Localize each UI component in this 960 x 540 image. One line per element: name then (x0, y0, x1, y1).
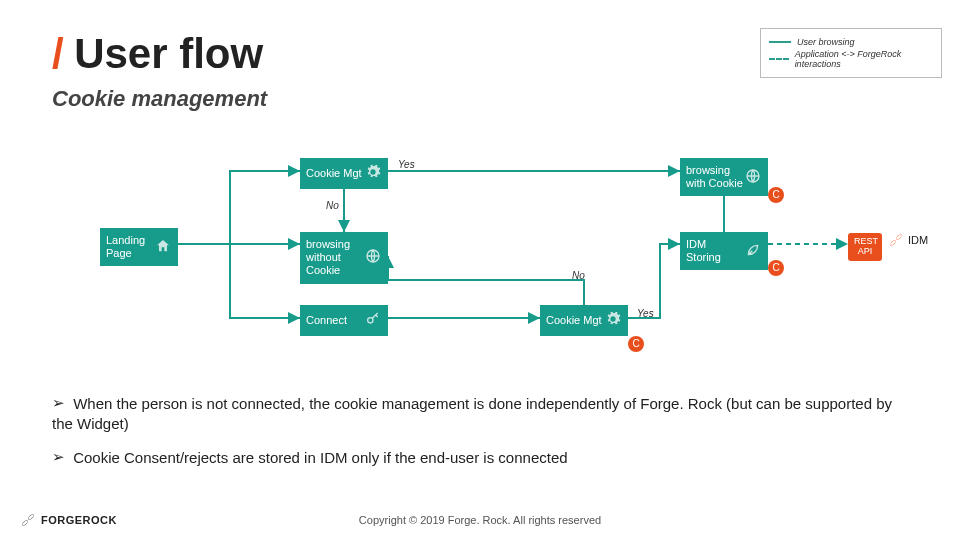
key-icon (364, 311, 382, 330)
bullet-1: ➢ When the person is not connected, the … (52, 394, 912, 435)
bullet-arrow-icon: ➢ (52, 447, 65, 467)
node-connect: Connect (300, 305, 388, 336)
legend-row-interactions: Application <-> ForgeRock interactions (769, 49, 933, 69)
home-icon (154, 238, 172, 257)
node-landing-page-label: Landing Page (106, 234, 154, 260)
edge-yes-1: Yes (398, 159, 415, 170)
c-badge-3: C (628, 336, 644, 352)
node-idm-storing: IDM Storing (680, 232, 768, 270)
node-browsing-without: browsing without Cookie (300, 232, 388, 284)
header-block: / User flow Cookie management (52, 30, 267, 112)
node-landing-page: Landing Page (100, 228, 178, 266)
legend-dashed-line-icon (769, 58, 789, 60)
node-connect-label: Connect (306, 314, 364, 327)
legend-solid-line-icon (769, 41, 791, 43)
legend-label-1: User browsing (797, 37, 855, 47)
edge-no-1: No (326, 200, 339, 211)
node-idm: IDM (888, 232, 928, 248)
node-idm-label: IDM (908, 234, 928, 246)
legend-row-user-browsing: User browsing (769, 37, 933, 47)
legend-box: User browsing Application <-> ForgeRock … (760, 28, 942, 78)
fan-icon (888, 232, 904, 248)
node-browsing-with: browsing with Cookie (680, 158, 768, 196)
node-cookie-mgt-mid-label: Cookie Mgt (546, 314, 604, 327)
leaf-icon (744, 242, 762, 261)
node-idm-storing-label: IDM Storing (686, 238, 744, 264)
node-browsing-with-label: browsing with Cookie (686, 164, 744, 190)
globe-icon (744, 168, 762, 187)
node-rest-api-label: REST API (854, 236, 878, 256)
edge-yes-2: Yes (637, 308, 654, 319)
legend-label-2: Application <-> ForgeRock interactions (795, 49, 933, 69)
node-browsing-without-label: browsing without Cookie (306, 238, 364, 278)
node-cookie-mgt-mid: Cookie Mgt (540, 305, 628, 336)
node-cookie-mgt-top: Cookie Mgt (300, 158, 388, 189)
page-subtitle: Cookie management (52, 86, 267, 112)
globe-icon (364, 248, 382, 267)
c-badge-2: C (768, 260, 784, 276)
gear-icon (604, 311, 622, 330)
edge-no-2: No (572, 270, 585, 281)
svg-point-1 (368, 318, 373, 323)
page-title: User flow (74, 30, 263, 78)
bullet-2: ➢ Cookie Consent/rejects are stored in I… (52, 448, 912, 468)
bullet-2-text: Cookie Consent/rejects are stored in IDM… (73, 449, 567, 466)
title-slash: / (52, 30, 64, 78)
bullet-arrow-icon: ➢ (52, 393, 65, 413)
gear-icon (364, 164, 382, 183)
c-badge-1: C (768, 187, 784, 203)
node-cookie-mgt-top-label: Cookie Mgt (306, 167, 364, 180)
footer-copyright: Copyright © 2019 Forge. Rock. All rights… (0, 514, 960, 526)
bullet-1-text: When the person is not connected, the co… (52, 395, 892, 432)
node-rest-api: REST API (848, 233, 882, 261)
